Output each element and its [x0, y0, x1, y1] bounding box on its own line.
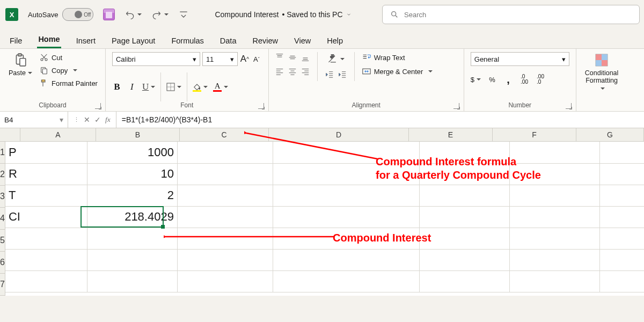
cell-F5[interactable] [510, 228, 600, 250]
cell-F7[interactable] [510, 270, 600, 292]
tab-home[interactable]: Home [37, 32, 61, 48]
row-header-5[interactable]: 5 [0, 230, 5, 252]
col-header-B[interactable]: B [96, 128, 180, 141]
cell-G1[interactable] [600, 142, 644, 164]
qat-customize[interactable] [178, 9, 189, 20]
cell-C5[interactable] [178, 228, 273, 250]
cell-E5[interactable] [420, 228, 510, 250]
enter-formula-button[interactable]: ✓ [94, 115, 101, 124]
save-button[interactable] [103, 9, 115, 20]
tab-formulas[interactable]: Formulas [170, 33, 204, 48]
align-left-icon[interactable] [275, 67, 284, 76]
cell-B7[interactable] [87, 270, 178, 292]
row-header-4[interactable]: 4 [0, 208, 5, 230]
row-header-1[interactable]: 1 [0, 142, 5, 164]
cell-D4[interactable] [273, 206, 420, 228]
conditional-formatting-button[interactable]: Conditional Formatting [583, 52, 621, 92]
document-title[interactable]: Compound Interest • Saved to this PC [215, 10, 351, 19]
cell-F6[interactable] [510, 249, 600, 271]
tab-view[interactable]: View [293, 33, 312, 48]
cell-C4[interactable] [178, 206, 273, 228]
dialog-launcher-icon[interactable] [566, 103, 572, 109]
number-format-select[interactable]: General▾ [471, 52, 569, 66]
tab-help[interactable]: Help [326, 33, 344, 48]
cell-E4[interactable] [420, 206, 510, 228]
tab-file[interactable]: File [9, 33, 23, 48]
worksheet[interactable]: ABCDEFG 1234567 P1000R10T2CI218.4029 Com… [0, 128, 644, 296]
cell-A3[interactable]: T [5, 185, 87, 207]
cell-G3[interactable] [600, 185, 644, 207]
fill-color-button[interactable] [193, 81, 208, 93]
autosave-switch[interactable]: Off [62, 8, 93, 21]
cell-A5[interactable] [5, 228, 87, 250]
cut-button[interactable]: Cut [40, 53, 98, 62]
align-middle-icon[interactable] [288, 53, 297, 62]
cell-D5[interactable] [273, 228, 420, 250]
cell-C2[interactable] [178, 163, 273, 185]
row-header-3[interactable]: 3 [0, 186, 5, 208]
cell-A1[interactable]: P [5, 142, 87, 164]
col-header-D[interactable]: D [269, 128, 409, 141]
cell-E1[interactable] [420, 142, 510, 164]
tab-insert[interactable]: Insert [75, 33, 97, 48]
dialog-launcher-icon[interactable] [258, 103, 264, 109]
search-input[interactable]: Search [382, 5, 640, 24]
cell-D3[interactable] [273, 185, 420, 207]
align-top-icon[interactable] [275, 53, 284, 62]
cell-B6[interactable] [87, 249, 178, 271]
increase-indent-icon[interactable] [338, 70, 347, 79]
comma-button[interactable]: , [503, 74, 513, 85]
cell-G5[interactable] [600, 228, 644, 250]
italic-button[interactable]: I [127, 81, 137, 93]
col-header-C[interactable]: C [180, 128, 269, 141]
cell-B4[interactable]: 218.4029 [87, 206, 178, 228]
cell-F2[interactable] [510, 163, 600, 185]
increase-decimal-button[interactable]: .0.00 [519, 74, 529, 85]
col-header-G[interactable]: G [576, 128, 644, 141]
cell-C3[interactable] [178, 185, 273, 207]
select-all-corner[interactable] [0, 128, 20, 141]
dialog-launcher-icon[interactable] [95, 103, 101, 109]
wrap-text-button[interactable]: Wrap Text [362, 53, 433, 62]
cell-G2[interactable] [600, 163, 644, 185]
font-name-select[interactable]: Calibri▾ [112, 52, 200, 66]
cell-G4[interactable] [600, 206, 644, 228]
cell-F1[interactable] [510, 142, 600, 164]
cell-C1[interactable] [178, 142, 273, 164]
align-bottom-icon[interactable] [301, 53, 310, 62]
cell-B3[interactable]: 2 [87, 185, 178, 207]
name-box[interactable]: B4▾ [0, 112, 68, 128]
cell-D2[interactable] [273, 163, 420, 185]
autosave-toggle[interactable]: AutoSave Off [28, 8, 93, 21]
cell-E2[interactable] [420, 163, 510, 185]
cell-F4[interactable] [510, 206, 600, 228]
align-right-icon[interactable] [301, 67, 310, 76]
font-size-select[interactable]: 11▾ [202, 52, 238, 66]
orientation-button[interactable]: ab [325, 53, 347, 65]
undo-button[interactable] [125, 9, 142, 20]
font-color-button[interactable]: A [213, 81, 228, 93]
cell-C6[interactable] [178, 249, 273, 271]
underline-button[interactable]: U [142, 81, 155, 93]
formula-input[interactable]: =B1*(1+B2/400)^(B3*4)-B1 [116, 115, 217, 124]
cell-A2[interactable]: R [5, 163, 87, 185]
cell-D7[interactable] [273, 270, 420, 292]
copy-button[interactable]: Copy [40, 66, 98, 75]
cancel-formula-button[interactable]: ✕ [84, 115, 90, 124]
col-header-F[interactable]: F [493, 128, 576, 141]
row-header-7[interactable]: 7 [0, 274, 5, 296]
increase-font-button[interactable]: A^ [240, 53, 250, 65]
borders-button[interactable] [166, 81, 181, 93]
paste-button[interactable]: Paste [6, 52, 34, 78]
cell-E3[interactable] [420, 185, 510, 207]
row-header-2[interactable]: 2 [0, 164, 5, 186]
cell-grid[interactable]: P1000R10T2CI218.4029 [5, 142, 644, 296]
cell-A6[interactable] [5, 249, 87, 271]
cell-B5[interactable] [87, 228, 178, 250]
cell-C7[interactable] [178, 270, 273, 292]
decrease-decimal-button[interactable]: .00.0 [536, 74, 545, 85]
cell-E6[interactable] [420, 249, 510, 271]
percent-button[interactable]: % [487, 74, 497, 85]
format-painter-button[interactable]: Format Painter [40, 79, 98, 87]
dialog-launcher-icon[interactable] [453, 103, 459, 109]
